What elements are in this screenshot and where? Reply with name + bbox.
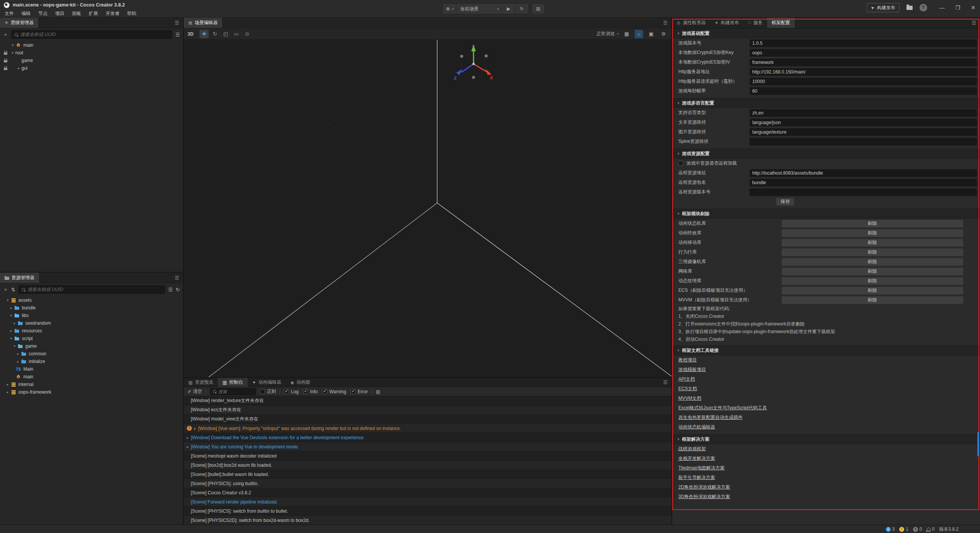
gear-icon[interactable]: ⚙ bbox=[659, 30, 668, 38]
tree-chevron-icon[interactable] bbox=[5, 390, 10, 394]
console-message-row[interactable]: ! ▸ [Scene] [box2d]:box2d wasm lib loade… bbox=[184, 461, 671, 470]
solution-link[interactable]: Tiledmap地图解决方案 bbox=[678, 465, 725, 471]
tree-chevron-icon[interactable] bbox=[5, 383, 10, 386]
tree-chevron-icon[interactable] bbox=[8, 329, 14, 333]
asset-node[interactable]: resources bbox=[0, 327, 183, 335]
grid-toggle-icon[interactable]: ▦ bbox=[622, 30, 631, 38]
doc-link[interactable]: ECS文档 bbox=[678, 386, 697, 392]
assets-search[interactable] bbox=[18, 285, 165, 294]
section-solutions[interactable]: ▾ 框架解决方案 bbox=[672, 434, 980, 444]
preview-qr-button[interactable]: ⊞ bbox=[532, 3, 545, 14]
doc-link[interactable]: MVVM文档 bbox=[678, 395, 701, 402]
play-button[interactable]: ▶ bbox=[502, 4, 515, 14]
doc-link[interactable]: 游戏模板项目 bbox=[678, 366, 706, 373]
maximize-button[interactable]: ❐ bbox=[956, 5, 960, 11]
restart-button[interactable]: ↻ bbox=[515, 4, 528, 14]
move-tool-icon[interactable]: ✚ bbox=[199, 30, 209, 38]
asset-node[interactable]: assets bbox=[0, 296, 183, 304]
log-filter-toggle[interactable]: Error bbox=[351, 389, 368, 394]
solution-link[interactable]: 战棋游戏框架 bbox=[678, 446, 706, 452]
tree-chevron-icon[interactable] bbox=[8, 314, 14, 317]
field-input[interactable]: 60 bbox=[750, 87, 977, 95]
section-resources[interactable]: ▾ 游戏资源配置 bbox=[672, 149, 980, 159]
menu-item[interactable]: 项目 bbox=[51, 10, 68, 17]
asset-node[interactable]: common bbox=[0, 350, 183, 358]
field-input[interactable]: 10000 bbox=[750, 78, 977, 85]
console-message-row[interactable]: ! ▸ [Scene] [bullet]:bullet wasm lib loa… bbox=[184, 470, 671, 479]
refresh-icon[interactable]: ↻ bbox=[176, 287, 180, 293]
help-button[interactable]: ? bbox=[920, 4, 927, 11]
field-input[interactable]: http://192.168.0.150/main/ bbox=[750, 68, 977, 76]
tree-chevron-icon[interactable] bbox=[8, 337, 14, 340]
console-tab[interactable]: ◈ 动画图 bbox=[286, 378, 315, 387]
hierarchy-search-input[interactable] bbox=[20, 32, 169, 37]
doc-link[interactable]: 原生包热更新配置自动生成插件 bbox=[678, 414, 743, 421]
expand-chevron-icon[interactable]: ▸ bbox=[187, 436, 189, 440]
panel-menu-icon[interactable]: ☰ bbox=[972, 20, 976, 26]
asset-node[interactable]: seedrandom bbox=[0, 319, 183, 327]
add-asset-button[interactable]: ＋ bbox=[3, 286, 8, 293]
menu-item[interactable]: 面板 bbox=[68, 10, 85, 17]
field-input[interactable]: bundle bbox=[750, 179, 977, 186]
section-docs[interactable]: ▾ 框架文档工具链接 bbox=[672, 345, 980, 355]
doc-link[interactable]: Excel格式转Json文件与TypeScript代码工具 bbox=[678, 405, 767, 411]
filter-checkbox[interactable] bbox=[303, 389, 308, 394]
axis-gizmo[interactable]: Y X Z bbox=[452, 43, 495, 85]
asset-node[interactable]: main bbox=[0, 373, 183, 381]
inspector-scrollbar-thumb[interactable] bbox=[977, 432, 979, 456]
scene-viewport[interactable]: Y X Z bbox=[184, 40, 671, 377]
rotate-tool-icon[interactable]: ↻ bbox=[210, 30, 219, 38]
open-project-folder-icon[interactable] bbox=[906, 6, 913, 10]
section-game-basic[interactable]: ▾ 游戏基础配置 bbox=[672, 28, 980, 38]
expand-chevron-icon[interactable]: ▸ bbox=[194, 427, 196, 430]
tree-chevron-icon[interactable] bbox=[15, 352, 21, 356]
tab-assets[interactable]: 资源管理器 bbox=[0, 273, 39, 283]
lighting-toggle-icon[interactable]: ☼ bbox=[635, 30, 643, 38]
asset-node[interactable]: script bbox=[0, 335, 183, 342]
solution-link[interactable]: 3D角色扮演游戏解决方案 bbox=[678, 494, 730, 500]
view-mode-dropdown[interactable]: 正常浏览▾ bbox=[596, 31, 619, 37]
save-button[interactable]: 保存 bbox=[776, 198, 794, 206]
field-input[interactable] bbox=[750, 138, 977, 146]
filter-icon[interactable]: ☰ bbox=[175, 32, 180, 38]
regex-checkbox[interactable] bbox=[260, 389, 265, 394]
remote-load-checkbox[interactable] bbox=[678, 161, 683, 166]
tree-chevron-icon[interactable] bbox=[8, 306, 14, 310]
filter-icon[interactable]: ☰ bbox=[168, 287, 173, 293]
remove-module-button[interactable]: 剔除 bbox=[782, 287, 963, 294]
asset-node[interactable]: initialize bbox=[0, 358, 183, 365]
inspector-tab[interactable]: ◎ 属性检查器 bbox=[672, 18, 710, 28]
remove-module-button[interactable]: 剔除 bbox=[782, 296, 963, 304]
console-search[interactable] bbox=[210, 388, 256, 395]
solution-link[interactable]: 全栈开发解决方案 bbox=[678, 455, 715, 462]
doc-link[interactable]: API文档 bbox=[678, 376, 695, 383]
field-input[interactable]: http://localhost:8083/assets/bundle bbox=[750, 169, 977, 177]
hierarchy-node[interactable]: root bbox=[0, 49, 183, 57]
menu-item[interactable]: 帮助 bbox=[123, 10, 140, 17]
console-message-row[interactable]: ! ▸ [Window] [Vue warn]: Property "onInp… bbox=[184, 424, 671, 433]
warning-count[interactable]: ! 1 bbox=[899, 526, 908, 532]
sort-icon[interactable]: ⇅ bbox=[11, 287, 15, 293]
notification-count[interactable]: 0 bbox=[927, 526, 935, 532]
menu-item[interactable]: 文件 bbox=[1, 10, 18, 17]
minimize-button[interactable]: — bbox=[939, 5, 945, 11]
field-input[interactable] bbox=[750, 188, 977, 196]
console-message-row[interactable]: ! ▸ [Window] Download the Vue Devtools e… bbox=[184, 433, 671, 442]
solution-link[interactable]: 2D角色扮演游戏解决方案 bbox=[678, 484, 730, 490]
pivot-tool-icon[interactable]: ⊙ bbox=[242, 30, 252, 38]
expand-chevron-icon[interactable]: ▸ bbox=[187, 445, 189, 449]
hierarchy-node[interactable]: main bbox=[0, 41, 183, 49]
panel-menu-icon[interactable]: ☰ bbox=[663, 379, 668, 385]
log-filter-toggle[interactable]: Info bbox=[303, 389, 318, 394]
console-tab[interactable]: ▥ 控制台 bbox=[218, 378, 247, 387]
menu-item[interactable]: 开发者 bbox=[102, 10, 123, 17]
remove-module-button[interactable]: 剔除 bbox=[782, 277, 963, 285]
tree-chevron-icon[interactable] bbox=[10, 51, 15, 55]
doc-link[interactable]: 动画状态机编辑器 bbox=[678, 424, 715, 430]
menu-item[interactable]: 扩展 bbox=[85, 10, 102, 17]
remove-module-button[interactable]: 剔除 bbox=[782, 249, 963, 256]
inspector-tab[interactable]: ◎ 框架配置 bbox=[767, 18, 795, 28]
menu-item[interactable]: 编辑 bbox=[18, 10, 34, 17]
export-log-icon[interactable]: ▤ bbox=[376, 389, 380, 394]
panel-menu-icon[interactable]: ☰ bbox=[663, 20, 668, 26]
